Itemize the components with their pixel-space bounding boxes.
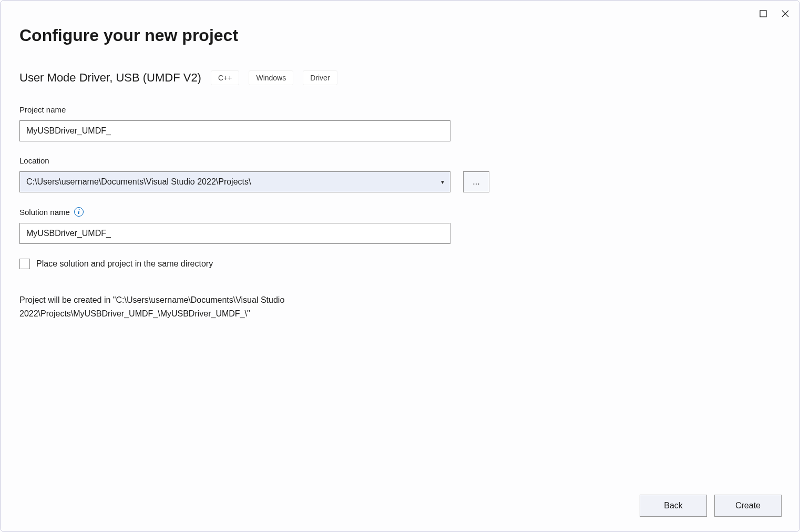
location-label: Location <box>19 156 781 165</box>
template-header: User Mode Driver, USB (UMDF V2) C++ Wind… <box>19 70 781 85</box>
solution-name-label: Solution name i <box>19 207 781 217</box>
solution-name-label-text: Solution name <box>19 208 70 217</box>
dialog-content: Configure your new project User Mode Dri… <box>1 1 799 320</box>
same-directory-label: Place solution and project in the same d… <box>36 259 213 269</box>
project-name-group: Project name <box>19 105 781 141</box>
browse-button[interactable]: ... <box>463 171 489 192</box>
footer-buttons: Back Create <box>640 495 782 517</box>
template-tag-cpp: C++ <box>211 70 239 85</box>
maximize-icon[interactable] <box>760 10 767 19</box>
project-name-label: Project name <box>19 105 781 114</box>
window-controls <box>760 10 789 19</box>
same-directory-row: Place solution and project in the same d… <box>19 259 781 269</box>
project-path-summary: Project will be created in "C:\Users\use… <box>19 293 450 320</box>
location-group: Location ▼ ... <box>19 156 781 192</box>
svg-rect-0 <box>760 11 766 17</box>
same-directory-checkbox[interactable] <box>19 259 30 269</box>
template-name: User Mode Driver, USB (UMDF V2) <box>19 71 201 85</box>
close-icon[interactable] <box>782 10 789 19</box>
template-tag-windows: Windows <box>249 70 293 85</box>
solution-name-group: Solution name i <box>19 207 781 244</box>
info-icon[interactable]: i <box>74 207 84 217</box>
template-tag-driver: Driver <box>303 70 337 85</box>
location-combo[interactable]: ▼ <box>19 171 450 192</box>
back-button[interactable]: Back <box>640 495 707 517</box>
create-button[interactable]: Create <box>714 495 782 517</box>
location-input[interactable] <box>19 171 450 192</box>
project-name-input[interactable] <box>19 120 450 141</box>
page-title: Configure your new project <box>19 26 781 45</box>
solution-name-input[interactable] <box>19 223 450 244</box>
location-row: ▼ ... <box>19 171 781 192</box>
